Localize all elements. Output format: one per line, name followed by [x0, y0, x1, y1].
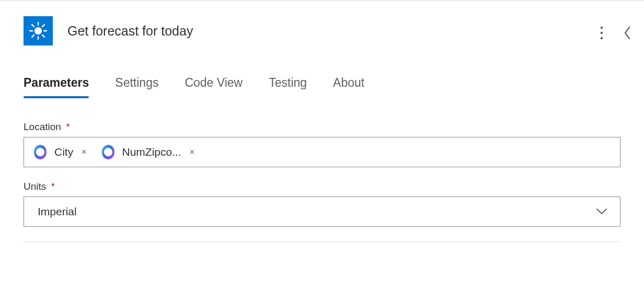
remove-token-button[interactable]: ×	[78, 147, 89, 157]
tab-parameters[interactable]: Parameters	[24, 76, 89, 98]
parameters-form: Location *	[0, 98, 644, 227]
dynamic-token-city[interactable]: City ×	[29, 142, 92, 162]
token-label: City	[54, 146, 73, 158]
svg-line-5	[32, 25, 34, 27]
tab-about[interactable]: About	[333, 76, 364, 98]
copilot-icon	[99, 143, 117, 161]
required-indicator: *	[51, 181, 55, 192]
token-label: NumZipco...	[122, 146, 181, 158]
tab-strip: Parameters Settings Code View Testing Ab…	[0, 45, 644, 98]
remove-token-button[interactable]: ×	[187, 147, 198, 157]
collapse-panel-button[interactable]	[621, 24, 634, 42]
dynamic-token-numzipco[interactable]: NumZipco... ×	[97, 142, 200, 162]
svg-line-7	[32, 35, 34, 37]
location-label: Location *	[24, 121, 620, 133]
svg-point-10	[601, 32, 603, 34]
svg-line-8	[42, 25, 44, 27]
header-actions	[598, 24, 634, 42]
chevron-down-icon	[596, 208, 607, 215]
units-select[interactable]: Imperial	[24, 197, 620, 227]
units-label-text: Units	[24, 181, 46, 192]
chevron-left-icon	[623, 26, 631, 40]
location-input[interactable]: City × NumZipco... ×	[24, 137, 620, 167]
more-options-button[interactable]	[598, 24, 605, 42]
more-vertical-icon	[600, 26, 603, 40]
svg-point-9	[601, 27, 603, 29]
section-divider	[24, 241, 620, 242]
weather-sunny-icon	[24, 16, 53, 45]
field-units: Units * Imperial	[24, 181, 620, 227]
location-label-text: Location	[24, 121, 61, 132]
action-config-panel: Get forecast for today Parameters Settin…	[0, 0, 644, 300]
tab-code-view[interactable]: Code View	[185, 76, 243, 98]
panel-header: Get forecast for today	[0, 1, 644, 45]
tab-testing[interactable]: Testing	[269, 76, 307, 98]
units-label: Units *	[24, 181, 620, 192]
copilot-icon	[31, 143, 49, 161]
required-indicator: *	[66, 121, 70, 132]
svg-line-6	[42, 35, 44, 37]
tab-settings[interactable]: Settings	[115, 76, 158, 98]
svg-point-11	[601, 37, 603, 40]
units-selected-value: Imperial	[38, 205, 77, 218]
panel-title: Get forecast for today	[67, 24, 193, 39]
field-location: Location *	[24, 121, 620, 167]
svg-point-0	[34, 27, 42, 34]
